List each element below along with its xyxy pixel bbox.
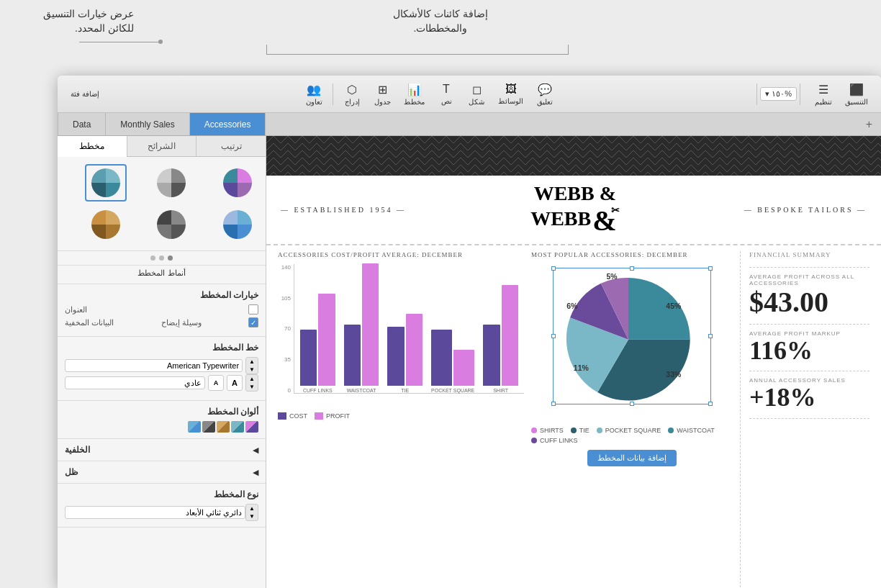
- annotation-left: عرض خيارات التنسيق للكائن المحدد.: [43, 7, 134, 35]
- annotation-line: [266, 54, 569, 55]
- font-style-up[interactable]: ▲: [246, 375, 258, 383]
- media-label: الوسائط: [498, 97, 523, 105]
- format-button[interactable]: ⬛ التنسيق: [839, 80, 874, 109]
- shadow-arrow[interactable]: ◀: [253, 468, 258, 477]
- chart-style-4[interactable]: [217, 206, 258, 243]
- font-style-down[interactable]: ▼: [246, 383, 258, 391]
- table-label: جدول: [374, 98, 391, 106]
- color-swatch-5[interactable]: [188, 421, 201, 433]
- table-button[interactable]: ⊞ جدول: [368, 80, 397, 109]
- bar-label-4: POCKET SQUARE: [431, 388, 474, 393]
- dot-2[interactable]: [159, 255, 164, 261]
- color-swatch-1[interactable]: [245, 421, 258, 433]
- text-button[interactable]: T نص: [432, 80, 461, 108]
- chart-style-6[interactable]: [85, 206, 127, 243]
- tab-data[interactable]: Data: [58, 113, 106, 135]
- table-icon: ⊞: [378, 83, 387, 96]
- bar-label-5: SHIRT: [493, 388, 508, 393]
- shadow-label: ظل: [65, 467, 78, 477]
- sidebar-tab-series[interactable]: الشرائح: [127, 136, 196, 156]
- header-pattern-svg: [266, 136, 881, 176]
- handle-r[interactable]: [708, 334, 713, 338]
- tab-accessories[interactable]: Accessories: [190, 113, 266, 135]
- sidebar-tab-chart-label: مخطط: [79, 141, 104, 151]
- font-name-input[interactable]: [65, 359, 243, 372]
- add-category-label: إضافة فئة: [71, 90, 99, 98]
- sidebar-tab-series-label: الشرائح: [148, 141, 176, 151]
- chart-icon: 📊: [407, 83, 422, 96]
- handle-tr[interactable]: [708, 266, 713, 271]
- zoom-control[interactable]: %١٥٠ ▾: [760, 87, 797, 101]
- tab-add-button[interactable]: +: [857, 113, 881, 135]
- y-label-0: 0: [278, 387, 291, 394]
- font-size-up[interactable]: ▲: [246, 358, 258, 366]
- chart-type-up[interactable]: ▲: [246, 505, 258, 512]
- annotation-dot-left: [158, 40, 163, 44]
- sidebar-tab-arrange[interactable]: ترتيب: [196, 136, 266, 156]
- comment-icon: 💬: [538, 83, 552, 96]
- chart-button[interactable]: 📊 مخطط: [398, 80, 430, 109]
- collaborate-button[interactable]: 👥 تعاون: [299, 80, 328, 109]
- pie-label-45: 45%: [666, 302, 682, 310]
- bar-group-tie: TIE: [387, 314, 423, 393]
- chart-style-2[interactable]: [150, 164, 192, 202]
- bar-group-cuff-links: CUFF LINKS: [300, 294, 335, 393]
- dot-1[interactable]: [168, 255, 173, 261]
- bar-pair-5: [483, 285, 518, 386]
- comment-button[interactable]: 💬 تعليق: [530, 80, 559, 109]
- chart2-title: MOST POPULAR ACCESSORIES: DECEMBER: [531, 251, 733, 258]
- dot-3[interactable]: [150, 255, 155, 261]
- font-size-down[interactable]: ▼: [246, 366, 258, 374]
- annotation-tick-right: [568, 45, 569, 55]
- add-category-button[interactable]: إضافة فئة: [65, 87, 105, 101]
- sidebar-tab-chart[interactable]: مخطط: [58, 136, 127, 157]
- color-swatch-3[interactable]: [217, 421, 230, 433]
- handle-br[interactable]: [708, 402, 713, 406]
- fin-sep-top: [749, 267, 869, 268]
- insert-icon: ⬡: [347, 83, 357, 96]
- chart-options-title: خيارات المخطط: [65, 290, 258, 300]
- font-style-stepper[interactable]: ▲ ▼: [245, 374, 258, 392]
- pie-legend-tie-label: TIE: [579, 427, 589, 434]
- hidden-data-checkbox[interactable]: ✓: [248, 317, 258, 327]
- bg-row: ◀ الخلفية: [65, 445, 258, 455]
- chart-type-title: نوع المخطط: [65, 489, 258, 499]
- media-button[interactable]: 🖼 الوسائط: [492, 80, 529, 108]
- chart-style-3[interactable]: [85, 164, 127, 202]
- bar-profit-4: [453, 350, 474, 386]
- pie-legend-tie: TIE: [571, 427, 589, 434]
- add-data-button[interactable]: إضافة بيانات المخطط: [587, 450, 676, 466]
- tab-bar: Data Monthly Sales Accessories +: [58, 113, 881, 136]
- bar-chart-section: ACCESSORIES COST/PROFIT AVERAGE: DECEMBE…: [278, 251, 524, 588]
- bar-cost-2: [344, 325, 361, 386]
- chart-style-5[interactable]: [150, 206, 192, 243]
- font-size-stepper[interactable]: ▲ ▼: [245, 357, 258, 374]
- chart-type-input[interactable]: [65, 506, 245, 519]
- text-label: نص: [441, 97, 452, 105]
- chart-type-stepper[interactable]: ▲ ▼: [245, 504, 258, 521]
- comment-label: تعليق: [537, 98, 553, 106]
- pie-dot-shirts: [531, 428, 537, 433]
- tab-monthly-sales[interactable]: Monthly Sales: [106, 113, 189, 135]
- sidebar-tabs: ترتيب الشرائح مخطط: [58, 136, 266, 157]
- chart-type-down[interactable]: ▼: [246, 512, 258, 520]
- brand-center: WEBB & WEBB&✂: [530, 183, 619, 237]
- font-size-small[interactable]: A: [208, 375, 224, 391]
- chart-style-1[interactable]: [217, 164, 258, 202]
- font-style-input[interactable]: [65, 376, 205, 389]
- color-swatch-2[interactable]: [231, 421, 244, 433]
- bar-chart[interactable]: 0 35 70 105 140: [278, 264, 524, 422]
- font-size-large[interactable]: A: [227, 375, 243, 391]
- pie-legend-pocket-square: POCKET SQUARE: [597, 427, 661, 434]
- insert-button[interactable]: ⬡ إدراج: [338, 80, 366, 109]
- organize-button[interactable]: ☰ تنظيم: [809, 80, 838, 109]
- color-swatch-4[interactable]: [202, 421, 215, 433]
- app-body: ترتيب الشرائح مخطط: [58, 136, 881, 588]
- bar-cost-5: [483, 325, 500, 386]
- title-checkbox[interactable]: [248, 304, 258, 315]
- fin-markup-value: 116%: [749, 337, 869, 366]
- pie-container[interactable]: 45% 33% 11% 6% 5%: [549, 264, 715, 422]
- bg-arrow[interactable]: ◀: [253, 445, 258, 455]
- sidebar-tab-arrange-label: ترتيب: [221, 141, 242, 151]
- shape-button[interactable]: ◻ شكل: [462, 80, 491, 109]
